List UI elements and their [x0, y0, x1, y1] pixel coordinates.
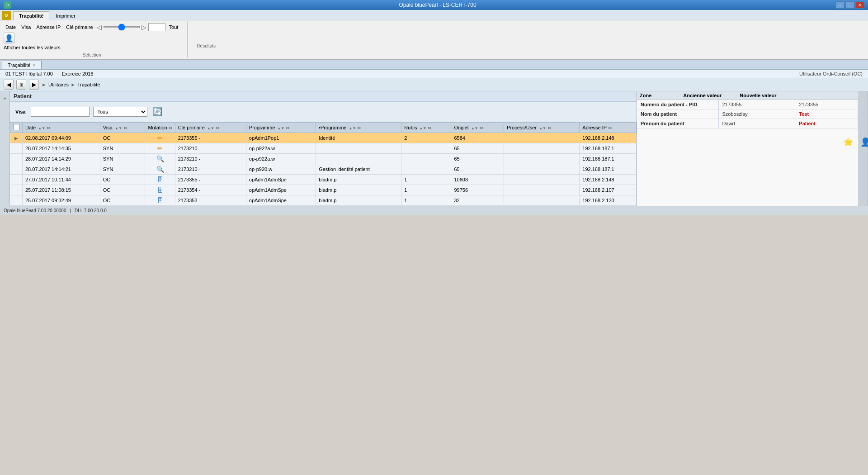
right-pane: Zone Ancienne valeur Nouvelle valeur Num… [637, 91, 858, 206]
refresh-btn[interactable]: 🔄 [151, 105, 164, 118]
pencil-icon: ✏ [157, 134, 163, 142]
cell-date: 28.07.2017 14:14:35 [23, 143, 100, 154]
date-label[interactable]: Date [4, 24, 18, 31]
detail-zone: Numero du patient - PID [637, 100, 718, 109]
cell-rubis: 1 [401, 195, 451, 206]
cell-programme2: bladm.p [316, 175, 401, 185]
header-checkbox[interactable] [13, 124, 19, 130]
back-btn[interactable]: ◀ [4, 80, 14, 90]
detail-ancienne: Szoboszlay [718, 109, 795, 119]
star-icon[interactable]: ⭐ [843, 137, 853, 147]
tab-close-btn[interactable]: × [33, 63, 35, 67]
col-mutation[interactable]: Mutation ⇔ [145, 123, 175, 133]
slider-input[interactable] [104, 26, 140, 28]
close-btn[interactable]: ✕ [855, 1, 864, 9]
resultats-label: Résultats [197, 43, 216, 48]
breadcrumb-utilitaires[interactable]: Utilitaires [48, 82, 69, 87]
table-body: ▶ 02.08.2017 09:44:09 OC ✏ 2173355 - opA… [10, 133, 637, 206]
table-row[interactable]: ▶ 02.08.2017 09:44:09 OC ✏ 2173355 - opA… [10, 133, 637, 143]
main-content: » Patient Visa Tous OC SYN 🔄 [0, 91, 868, 206]
title-bar: O Opale bluePearl - LS-CERT-700 − □ ✕ [0, 0, 868, 10]
slider-left-icon: ◁ [97, 24, 102, 31]
cell-visa: SYN [100, 143, 145, 154]
col-check[interactable] [10, 123, 23, 133]
tab-tracabilite[interactable]: Traçabilité [13, 11, 49, 20]
cell-programme2 [316, 154, 401, 164]
window-controls[interactable]: − □ ✕ [835, 1, 864, 9]
afficher-link[interactable]: Afficher toutes les valeurs [4, 45, 61, 50]
cell-programme2 [316, 143, 401, 154]
cell-visa: OC [100, 195, 145, 206]
cell-date: 02.08.2017 09:44:09 [23, 133, 100, 143]
table-row[interactable]: 25.07.2017 11:08:15 OC 🗄 2173354 - opAdm… [10, 185, 637, 195]
table-row[interactable]: 25.07.2017 09:32:49 OC 🗄 2173353 - opAdm… [10, 195, 637, 206]
grid-btn[interactable]: ⊞ [16, 80, 26, 90]
cell-onglet: 6584 [451, 133, 504, 143]
cell-programme: op-p922a.w [246, 154, 316, 164]
ribbon-icon-btn[interactable]: 👤 [4, 33, 14, 43]
app-tab-tracabilite[interactable]: Traçabilité × [2, 61, 42, 69]
cle-label[interactable]: Clé primaire [64, 24, 94, 31]
header-nouvelle: Nouvelle valeur [740, 93, 776, 98]
cell-visa: OC [100, 133, 145, 143]
row-arrow: ▶ [14, 136, 18, 141]
col-rubis[interactable]: Rubis ▲▼ ⇔ [401, 123, 451, 133]
breadcrumb-separator2: ► [71, 82, 75, 87]
tab-imprimer[interactable]: Imprimer [50, 11, 81, 20]
user-icon[interactable]: 👤 [860, 137, 868, 147]
favoris-bar[interactable]: Favoris 👤 ⭐ [858, 91, 868, 206]
table-header-row: Date ▲▼ ⇔ Visa ▲▼ ⇔ Mutation ⇔ Clé prima… [10, 123, 637, 133]
forward-btn[interactable]: ▶ [29, 80, 39, 90]
cell-programme: op-p920.w [246, 164, 316, 175]
detail-ancienne: David [718, 119, 795, 128]
cell-cle: 2173355 - [175, 175, 246, 185]
cell-mutation: 🗄 [145, 195, 175, 206]
slider-value[interactable]: 500 [148, 23, 165, 31]
col-date[interactable]: Date ▲▼ ⇔ [23, 123, 100, 133]
left-sidebar: » [0, 91, 10, 206]
visa-label[interactable]: Visa [19, 24, 33, 31]
maximize-btn[interactable]: □ [845, 1, 854, 9]
col-adresse[interactable]: Adresse IP ⇔ [580, 123, 637, 133]
col-cle-primaire[interactable]: Clé primaire ▲▼ ⇔ [175, 123, 246, 133]
view-icon: 🔍 [156, 166, 164, 173]
col-programme[interactable]: Programme ▲▼ ⇔ [246, 123, 316, 133]
info-bar-left: 01 TEST Hôpital 7.00 Exercice 2016 [5, 71, 94, 76]
cell-programme: opAdm1AdmSpe [246, 185, 316, 195]
cell-adresse: 192.168.2.148 [580, 175, 637, 185]
detail-row: Prenom du patient David Patient [637, 119, 858, 128]
header-ancienne: Ancienne valeur [683, 93, 722, 98]
breadcrumb-tracabilite[interactable]: Traçabilité [77, 82, 100, 87]
adresse-label[interactable]: Adresse IP [34, 24, 62, 31]
filter-dropdown[interactable]: Tous OC SYN [93, 107, 147, 117]
table-row[interactable]: 28.07.2017 14:14:35 SYN ✏ 2173210 - op-p… [10, 143, 637, 154]
table-row[interactable]: 27.07.2017 10:11:44 OC 🗄 2173355 - opAdm… [10, 175, 637, 185]
col-process[interactable]: Process/User ▲▼ ⇔ [504, 123, 580, 133]
version-text: Opale bluePearl 7.00.20.00000 [4, 208, 66, 213]
tout-label[interactable]: Tout [167, 24, 180, 31]
table-row[interactable]: 28.07.2017 14:14:21 SYN 🔍 2173210 - op-p… [10, 164, 637, 175]
cell-adresse: 192.168.2.120 [580, 195, 637, 206]
cell-mutation: 🗄 [145, 185, 175, 195]
cell-visa: SYN [100, 154, 145, 164]
slider-right-icon: ▷ [142, 24, 146, 31]
detail-zone: Nom du patient [637, 109, 718, 119]
minimize-btn[interactable]: − [835, 1, 844, 9]
bottom-bar: Opale bluePearl 7.00.20.00000 | DLL 7.00… [0, 206, 868, 215]
collapse-btn[interactable]: » [3, 95, 7, 102]
cell-programme2: bladm.p [316, 195, 401, 206]
cell-process [504, 154, 580, 164]
cell-rubis: 1 [401, 185, 451, 195]
cell-programme: opAdm1AdmSpe [246, 195, 316, 206]
col-programme2[interactable]: •Programme ▲▼ ⇔ [316, 123, 401, 133]
view-icon: 🔍 [156, 155, 164, 162]
section-label: Patient [14, 93, 32, 100]
visa-filter-input[interactable] [31, 107, 90, 117]
col-visa[interactable]: Visa ▲▼ ⇔ [100, 123, 145, 133]
col-onglet[interactable]: Onglet ▲▼ ⇔ [451, 123, 504, 133]
cell-programme2: Gestion identité patient [316, 164, 401, 175]
cell-visa: OC [100, 175, 145, 185]
tracabilite-table: Date ▲▼ ⇔ Visa ▲▼ ⇔ Mutation ⇔ Clé prima… [10, 122, 637, 206]
table-row[interactable]: 28.07.2017 14:14:29 SYN 🔍 2173210 - op-p… [10, 154, 637, 164]
exercice: Exercice 2016 [62, 71, 94, 76]
